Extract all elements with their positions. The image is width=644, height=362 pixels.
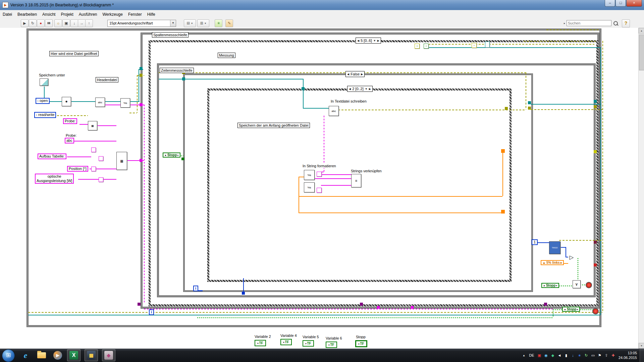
- chevron-down-icon[interactable]: ▼: [170, 20, 176, 26]
- pause-button[interactable]: ▮▮: [45, 19, 53, 27]
- variable6-terminal[interactable]: ▸ TF: [326, 342, 337, 348]
- menu-bearbeiten[interactable]: Bearbeiten: [15, 11, 40, 18]
- numeric-constant-1[interactable]: 1: [532, 239, 538, 245]
- highlight-execution-button[interactable]: ☼: [54, 19, 62, 27]
- to-string-node-2[interactable]: [99, 156, 103, 161]
- position-constant[interactable]: Position [°]: [67, 166, 88, 172]
- open-create-file-node[interactable]: ✱: [62, 97, 71, 106]
- tray-icon-network[interactable]: ▮: [563, 353, 570, 358]
- menu-fenster[interactable]: Fenster: [125, 11, 145, 18]
- clock[interactable]: 13:05 24.06.2015: [619, 351, 637, 360]
- sequence-selector-outer[interactable]: ◀ 5 [0..6] ▼ ▶: [356, 38, 381, 44]
- taskbar-internet-explorer[interactable]: e: [19, 349, 32, 361]
- format-file-node[interactable]: %s: [120, 98, 130, 108]
- taskbar-excel[interactable]: X: [67, 349, 80, 361]
- open-file-comment[interactable]: Hier wird eine Datei geöffnet: [49, 51, 99, 56]
- aufbau-tabelle-constant[interactable]: Aufbau Tabelle:: [38, 154, 66, 159]
- tray-icon-bluetooth[interactable]: ∗: [576, 353, 583, 358]
- tray-icon-usb[interactable]: ⇪: [603, 353, 610, 358]
- to-string-node-3[interactable]: [91, 167, 96, 171]
- tango-motor-node[interactable]: TANGO: [549, 241, 560, 254]
- abc-string-constant[interactable]: abc: [65, 138, 74, 143]
- tray-icon-shield[interactable]: ◆: [549, 353, 556, 358]
- close-button[interactable]: ×: [626, 0, 642, 7]
- right-arrow-icon[interactable]: ▶: [377, 39, 379, 42]
- menu-ansicht[interactable]: Ansicht: [40, 11, 58, 18]
- down-arrow-icon[interactable]: ▼: [365, 87, 368, 90]
- left-arrow-icon[interactable]: ◀: [349, 87, 351, 90]
- spalten-loop-label[interactable]: Spaltenmessschleife: [152, 32, 189, 38]
- format-string-node-1[interactable]: %s: [304, 170, 315, 180]
- messung-comment[interactable]: Messung: [218, 53, 235, 58]
- build-table-node[interactable]: ▦: [116, 152, 127, 170]
- stopp-terminal-main[interactable]: ▲ Stopp ▸: [541, 283, 559, 288]
- or-node[interactable]: ∨: [573, 280, 581, 288]
- tray-icon-flag[interactable]: ⚑: [596, 353, 603, 358]
- tray-icon-antivirus[interactable]: ✚: [610, 353, 616, 358]
- edit-icon-button[interactable]: ✎: [225, 19, 233, 27]
- variable5-terminal[interactable]: ▸ TF: [303, 340, 314, 347]
- step-over-button[interactable]: →: [78, 19, 86, 27]
- variable4-terminal[interactable]: ▸ TF: [280, 339, 292, 345]
- taskbar-media-player[interactable]: ▶: [51, 349, 64, 361]
- search-input[interactable]: [567, 20, 611, 26]
- increment-node-3[interactable]: +: [472, 43, 477, 48]
- help-button[interactable]: ?: [622, 19, 630, 27]
- minimize-button[interactable]: –: [605, 0, 615, 7]
- five-percent-links-variable[interactable]: ▲ 5% links ▸: [541, 260, 564, 265]
- taskbar-explorer[interactable]: [35, 349, 48, 361]
- tray-icon-globe[interactable]: ◉: [543, 353, 549, 358]
- probe-string-constant[interactable]: Probe:: [63, 118, 77, 124]
- tray-icon-battery[interactable]: ▭: [590, 353, 596, 358]
- taskbar-tool[interactable]: ◆: [102, 349, 115, 361]
- tray-icon-volume[interactable]: ◄: [556, 353, 563, 357]
- write-header-node[interactable]: abc: [95, 98, 105, 107]
- stopp-terminal-bottom[interactable]: ▸ TF: [355, 340, 367, 347]
- abort-button[interactable]: ●: [37, 19, 45, 27]
- case-selector[interactable]: ◀ False ▶: [345, 71, 365, 77]
- iteration-terminal-outer[interactable]: i: [149, 309, 154, 315]
- menu-hilfe[interactable]: Hilfe: [145, 11, 158, 18]
- tray-expand-icon[interactable]: ▲: [521, 354, 527, 357]
- run-button[interactable]: ▶: [21, 19, 29, 27]
- font-selector[interactable]: 15pt Anwendungsschriftart ▼: [107, 20, 176, 27]
- stopp-terminal-zeilen[interactable]: ▲ Stopp ▸: [163, 153, 180, 158]
- readwrite-enum-constant[interactable]: ↕ read/write: [34, 112, 56, 118]
- concatenate-strings-node[interactable]: ≡: [351, 174, 361, 187]
- search-icon[interactable]: [613, 21, 618, 25]
- build-array-node[interactable]: ▦: [88, 121, 97, 130]
- left-arrow-icon[interactable]: ◀: [357, 39, 359, 42]
- step-out-button[interactable]: ↑: [85, 19, 93, 27]
- tray-icon-sync[interactable]: ↻: [583, 353, 590, 358]
- right-arrow-icon[interactable]: ▶: [369, 87, 371, 90]
- scrollbar-thumb[interactable]: [639, 35, 644, 70]
- language-indicator[interactable]: DE: [527, 353, 536, 357]
- maximize-button[interactable]: □: [615, 0, 626, 7]
- show-desktop-button[interactable]: [640, 349, 644, 362]
- run-continuous-button[interactable]: ↻: [29, 19, 37, 27]
- menu-datei[interactable]: Datei: [0, 11, 15, 18]
- string-convert-node-1[interactable]: [317, 172, 322, 177]
- sequence-selector-inner[interactable]: ◀ 2 [0..2] ▼ ▶: [347, 86, 373, 92]
- headerdatei-label[interactable]: Headerdatei: [96, 77, 118, 82]
- scroll-down-icon[interactable]: ▼: [639, 343, 644, 349]
- tray-icon-pdf[interactable]: ▣: [536, 353, 543, 358]
- write-textfile-node[interactable]: abc: [329, 106, 339, 116]
- distribute-objects-dropdown[interactable]: ▥ ▼: [197, 19, 209, 27]
- open-enum-constant[interactable]: ↕ open: [36, 98, 50, 104]
- retain-wire-values-button[interactable]: ▣: [62, 19, 70, 27]
- zeilen-loop-label[interactable]: Zeilenmessschleife: [160, 68, 194, 73]
- right-arrow-icon[interactable]: ▶: [361, 73, 363, 76]
- menu-projekt[interactable]: Projekt: [58, 11, 76, 18]
- file-dialog-node[interactable]: [40, 78, 48, 86]
- to-string-node-1[interactable]: [91, 147, 96, 152]
- compare-node[interactable]: ▷: [568, 253, 575, 261]
- left-arrow-icon[interactable]: ◀: [347, 73, 349, 76]
- tray-icon-update[interactable]: ↓: [570, 353, 576, 357]
- variable2-terminal[interactable]: ▸ TF: [255, 340, 266, 346]
- vertical-scrollbar[interactable]: ▲ ▼: [638, 28, 644, 349]
- step-into-button[interactable]: ↓: [70, 19, 78, 27]
- menu-werkzeuge[interactable]: Werkzeuge: [100, 11, 125, 18]
- start-button[interactable]: ⊞: [2, 349, 15, 362]
- stopp-terminal-secondary[interactable]: ▲ Stopp ▸: [562, 307, 580, 312]
